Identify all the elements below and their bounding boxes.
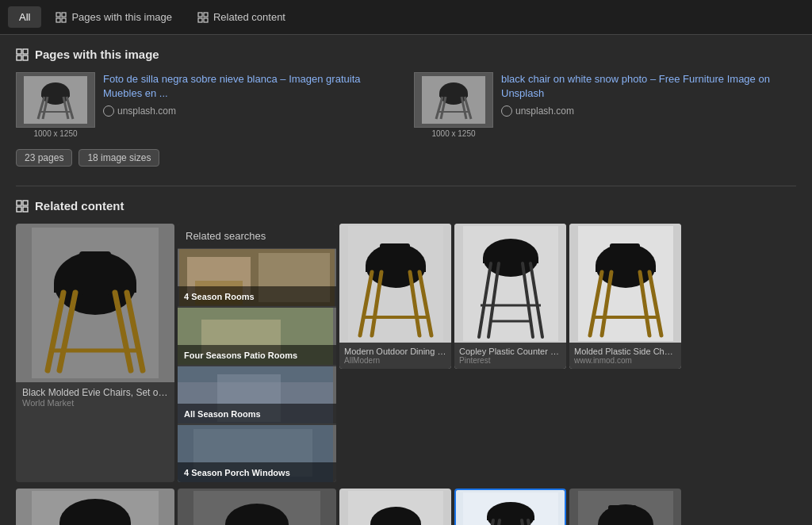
grid-card-1-title: Modern Outdoor Dining Chairs | AllM... <box>344 347 446 356</box>
image-result-card-2[interactable]: 1000 x 1250 black chair on white snow ph… <box>414 72 796 138</box>
tab-related-label: Related content <box>213 11 285 23</box>
pages-section-icon <box>16 48 29 61</box>
large-card-title: Black Molded Evie Chairs, Set of 2 | ... <box>22 387 168 398</box>
large-card-info: Black Molded Evie Chairs, Set of 2 | ...… <box>16 382 174 412</box>
bottom-card-3-image <box>339 489 451 525</box>
grid-card-3[interactable]: Molded Plastic Side Chair with Wood... w… <box>569 224 681 369</box>
globe-icon-1 <box>103 105 114 117</box>
meta-row: 23 pages 18 image sizes <box>16 149 796 167</box>
search-item-3[interactable]: All Season Rooms <box>178 366 336 423</box>
search-item-3-overlay: All Season Rooms <box>178 404 336 423</box>
svg-rect-35 <box>79 251 111 295</box>
search-item-1-overlay: 4 Season Rooms <box>178 286 336 306</box>
search-item-2-label: Four Seasons Patio Rooms <box>184 351 297 360</box>
grid-card-2[interactable]: Copley Plastic Counter Stool - Projec...… <box>454 224 566 369</box>
main-content: Pages with this image <box>0 35 812 525</box>
image-sizes-badge[interactable]: 18 image sizes <box>79 149 159 167</box>
pages-section: Pages with this image <box>16 48 796 167</box>
top-tab-bar: All Pages with this image Related conten… <box>0 0 812 35</box>
bottom-card-1-image <box>16 489 174 525</box>
pages-icon <box>56 12 67 23</box>
image-dimensions-1: 1000 x 1250 <box>16 129 95 138</box>
image-result-card-1[interactable]: 1000 x 1250 Foto de silla negra sobre ni… <box>16 72 398 138</box>
svg-rect-29 <box>23 201 28 205</box>
image-result-info-1: Foto de silla negra sobre nieve blanca –… <box>103 72 398 117</box>
svg-rect-1 <box>62 13 66 17</box>
image-result-title-2[interactable]: black chair on white snow photo – Free F… <box>501 72 796 101</box>
image-thumb-2 <box>414 72 493 128</box>
large-left-card[interactable]: Black Molded Evie Chairs, Set of 2 | ...… <box>16 224 174 482</box>
svg-rect-76 <box>610 243 640 274</box>
image-dimensions-2: 1000 x 1250 <box>414 129 493 138</box>
image-result-info-2: black chair on white snow photo – Free F… <box>501 72 796 117</box>
grid-card-3-source: www.inmod.com <box>574 356 676 365</box>
search-item-4[interactable]: 4 Season Porch Windows <box>178 425 336 482</box>
svg-rect-22 <box>439 94 468 97</box>
related-top-row: Black Molded Evie Chairs, Set of 2 | ...… <box>16 224 796 525</box>
bottom-card-2-image <box>178 489 336 525</box>
pages-count-badge[interactable]: 23 pages <box>16 149 72 167</box>
tab-pages-label: Pages with this image <box>71 11 171 23</box>
svg-rect-11 <box>23 56 28 60</box>
thumb-container-1: 1000 x 1250 <box>16 72 95 138</box>
large-card-image <box>16 224 174 382</box>
grid-card-1-info: Modern Outdoor Dining Chairs | AllM... A… <box>339 343 451 369</box>
related-icon <box>197 12 209 23</box>
svg-rect-118 <box>608 505 637 526</box>
svg-rect-2 <box>56 18 60 22</box>
pages-section-header: Pages with this image <box>16 48 796 61</box>
source-text-2: unsplash.com <box>515 105 574 117</box>
tab-all-label: All <box>19 11 30 23</box>
image-result-source-2: unsplash.com <box>501 105 796 117</box>
svg-rect-85 <box>75 503 113 526</box>
large-card-source: World Market <box>22 398 168 408</box>
svg-rect-10 <box>17 56 21 60</box>
section-divider <box>16 186 796 186</box>
svg-rect-14 <box>41 94 70 97</box>
grid-card-1-image <box>339 224 451 343</box>
image-result-source-1: unsplash.com <box>103 105 398 117</box>
svg-rect-0 <box>56 13 60 17</box>
related-searches-title: Related searches <box>178 224 336 249</box>
svg-rect-7 <box>204 18 208 22</box>
thumb-container-2: 1000 x 1250 <box>414 72 493 138</box>
tab-related-content[interactable]: Related content <box>186 6 297 28</box>
svg-rect-3 <box>62 18 66 22</box>
search-item-1[interactable]: 4 Season Rooms <box>178 249 336 306</box>
bottom-card-1[interactable] <box>16 489 174 525</box>
bottom-card-5-image <box>569 489 681 525</box>
search-item-2[interactable]: Four Seasons Patio Rooms <box>178 308 336 365</box>
svg-rect-31 <box>23 207 28 212</box>
svg-rect-30 <box>17 207 21 212</box>
tab-all[interactable]: All <box>8 6 41 28</box>
bottom-card-3[interactable] <box>339 489 451 525</box>
bottom-card-2[interactable] <box>178 489 336 525</box>
related-searches-card: Related searches 4 Season R <box>178 224 336 482</box>
tab-pages-with-image[interactable]: Pages with this image <box>44 6 182 28</box>
svg-rect-6 <box>198 18 202 22</box>
grid-card-3-title: Molded Plastic Side Chair with Wood... <box>574 347 676 356</box>
search-item-3-label: All Season Rooms <box>184 409 261 419</box>
bottom-card-4[interactable] <box>454 489 566 525</box>
grid-card-3-image <box>569 224 681 343</box>
svg-rect-4 <box>198 13 202 17</box>
pages-section-title: Pages with this image <box>35 48 159 61</box>
source-text-1: unsplash.com <box>117 105 176 117</box>
grid-card-1-source: AllModern <box>344 356 446 365</box>
search-item-4-overlay: 4 Season Porch Windows <box>178 462 336 482</box>
search-item-1-label: 4 Season Rooms <box>184 292 255 301</box>
bottom-card-4-image <box>456 490 565 525</box>
related-section-icon <box>16 200 29 213</box>
bottom-card-5[interactable] <box>569 489 681 525</box>
svg-rect-8 <box>17 49 21 54</box>
search-item-4-label: 4 Season Porch Windows <box>184 468 290 477</box>
image-result-title-1[interactable]: Foto de silla negra sobre nieve blanca –… <box>103 72 398 101</box>
globe-icon-2 <box>501 105 512 117</box>
grid-card-3-info: Molded Plastic Side Chair with Wood... w… <box>569 343 681 369</box>
grid-card-1[interactable]: Modern Outdoor Dining Chairs | AllM... A… <box>339 224 451 369</box>
image-thumb-1 <box>16 72 95 128</box>
svg-rect-28 <box>17 201 21 205</box>
svg-rect-58 <box>380 243 410 274</box>
image-results-row: 1000 x 1250 Foto de silla negra sobre ni… <box>16 72 796 138</box>
search-item-2-overlay: Four Seasons Patio Rooms <box>178 345 336 365</box>
